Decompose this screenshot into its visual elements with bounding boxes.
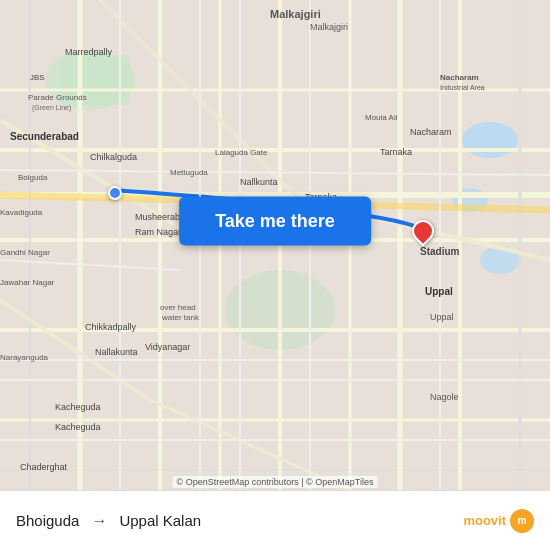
svg-text:Marredpally: Marredpally: [65, 47, 113, 57]
svg-text:Lalaguda Gate: Lalaguda Gate: [215, 148, 268, 157]
svg-text:over head: over head: [160, 303, 196, 312]
svg-text:Mettuguda: Mettuguda: [170, 168, 208, 177]
svg-text:JBS: JBS: [30, 73, 45, 82]
destination-marker: [412, 220, 434, 242]
take-me-there-button[interactable]: Take me there: [179, 196, 371, 245]
arrow-icon: →: [91, 512, 107, 530]
svg-text:water tank: water tank: [161, 313, 200, 322]
svg-text:Stadium: Stadium: [420, 246, 460, 257]
svg-text:Gandhi Nagar: Gandhi Nagar: [0, 248, 50, 257]
svg-text:Nallakunta: Nallakunta: [95, 347, 138, 357]
svg-text:Nacharam: Nacharam: [410, 127, 452, 137]
svg-text:Malkajgiri: Malkajgiri: [270, 8, 321, 20]
svg-text:Kacheguda: Kacheguda: [55, 402, 101, 412]
svg-text:Kacheguda: Kacheguda: [55, 422, 101, 432]
svg-text:Tarnaka: Tarnaka: [380, 147, 412, 157]
svg-text:Vidyanagar: Vidyanagar: [145, 342, 190, 352]
svg-text:Chikkadpally: Chikkadpally: [85, 322, 137, 332]
moovit-icon: m: [510, 509, 534, 533]
svg-text:Parade Grounds: Parade Grounds: [28, 93, 87, 102]
svg-text:Malkajgiri: Malkajgiri: [310, 22, 348, 32]
svg-text:Nallkunta: Nallkunta: [240, 177, 278, 187]
svg-text:Chaderghat: Chaderghat: [20, 462, 68, 472]
moovit-text: moovit: [463, 513, 506, 528]
svg-point-3: [462, 122, 518, 158]
svg-text:Industrial Area: Industrial Area: [440, 84, 485, 91]
svg-text:Uppal: Uppal: [425, 286, 453, 297]
svg-text:Uppal: Uppal: [430, 312, 454, 322]
bottom-bar: Bhoiguda → Uppal Kalan moovit m: [0, 490, 550, 550]
destination-label: Uppal Kalan: [119, 512, 201, 529]
svg-text:Chilkalguda: Chilkalguda: [90, 152, 137, 162]
svg-text:Ram Nagar: Ram Nagar: [135, 227, 181, 237]
origin-label: Bhoiguda: [16, 512, 79, 529]
svg-text:Jawahar Nagar: Jawahar Nagar: [0, 278, 55, 287]
map-view: Malkajgiri Marredpally JBS Parade Ground…: [0, 0, 550, 490]
moovit-logo: moovit m: [463, 509, 534, 533]
svg-text:Bolguda: Bolguda: [18, 173, 48, 182]
svg-text:Moula Ali: Moula Ali: [365, 113, 398, 122]
svg-text:(Green Line): (Green Line): [32, 104, 71, 112]
origin-marker: [108, 186, 122, 200]
map-attribution: © OpenStreetMap contributors | © OpenMap…: [173, 476, 378, 488]
svg-text:Narayanguda: Narayanguda: [0, 353, 49, 362]
svg-text:Secunderabad: Secunderabad: [10, 131, 79, 142]
svg-text:Nagole: Nagole: [430, 392, 459, 402]
svg-text:Kavadiguda: Kavadiguda: [0, 208, 43, 217]
svg-text:Nacharam: Nacharam: [440, 73, 479, 82]
